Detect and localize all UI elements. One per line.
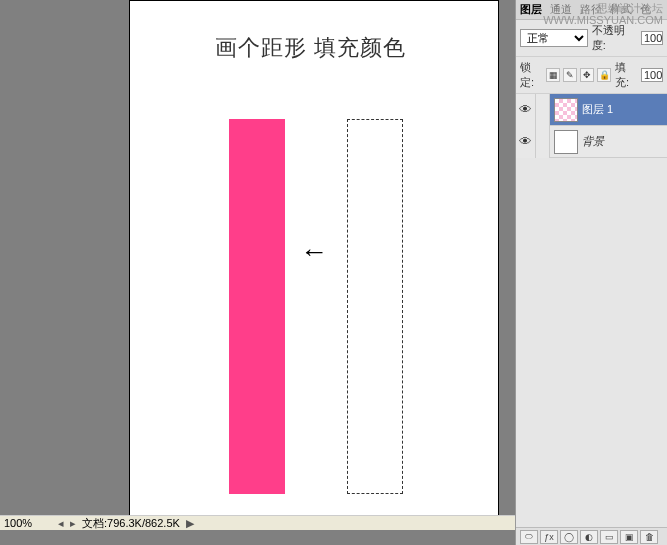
tab-color[interactable]: 色 <box>640 2 651 17</box>
tab-layers[interactable]: 图层 <box>520 2 542 17</box>
lock-label: 锁定: <box>520 60 542 90</box>
play-icon[interactable]: ▶ <box>186 517 194 530</box>
layer-thumbnail[interactable] <box>554 130 578 154</box>
mask-icon[interactable]: ◯ <box>560 530 578 544</box>
opacity-label: 不透明度: <box>592 23 637 53</box>
eye-icon: 👁 <box>519 102 532 117</box>
visibility-toggle[interactable]: 👁 <box>516 126 536 158</box>
opacity-value[interactable]: 100 <box>641 31 663 45</box>
workspace: 画个距形 填充颜色 ← 100% ◂ ▸ 文档:796.3K/862.5K ▶ <box>0 0 515 530</box>
doc-info: 文档:796.3K/862.5K <box>82 516 180 531</box>
arrow-left-icon: ← <box>300 236 328 268</box>
fill-value[interactable]: 100 <box>641 68 663 82</box>
adjustment-icon[interactable]: ◐ <box>580 530 598 544</box>
nav-left-icon[interactable]: ◂ <box>58 517 64 530</box>
status-bar: 100% ◂ ▸ 文档:796.3K/862.5K ▶ <box>0 515 515 530</box>
layer-thumbnail[interactable] <box>554 98 578 122</box>
visibility-toggle[interactable]: 👁 <box>516 94 536 126</box>
link-col[interactable] <box>536 94 550 126</box>
fill-label: 填充: <box>615 60 637 90</box>
nav-right-icon[interactable]: ▸ <box>70 517 76 530</box>
selection-marquee[interactable] <box>347 119 403 494</box>
layer-row-1[interactable]: 👁 图层 1 <box>516 94 667 126</box>
instruction-text: 画个距形 填充颜色 <box>215 33 406 63</box>
layers-panel: 图层 通道 路径 样式 色 正常 不透明度: 100 锁定: ▦ ✎ ✥ 🔒 填… <box>515 0 667 545</box>
lock-move-icon[interactable]: ✥ <box>580 68 594 82</box>
panel-footer: ⬭ ƒx ◯ ◐ ▭ ▣ 🗑 <box>516 527 667 545</box>
layer-name[interactable]: 图层 1 <box>582 102 613 117</box>
fx-icon[interactable]: ƒx <box>540 530 558 544</box>
zoom-value[interactable]: 100% <box>4 517 52 529</box>
eye-icon: 👁 <box>519 134 532 149</box>
new-layer-icon[interactable]: ▣ <box>620 530 638 544</box>
layer-row-background[interactable]: 👁 背景 <box>516 126 667 158</box>
lock-transparent-icon[interactable]: ▦ <box>546 68 560 82</box>
lock-row: 锁定: ▦ ✎ ✥ 🔒 填充: 100 <box>516 57 667 94</box>
panel-tabs: 图层 通道 路径 样式 色 <box>516 0 667 20</box>
blend-mode-select[interactable]: 正常 <box>520 29 588 47</box>
blend-row: 正常 不透明度: 100 <box>516 20 667 57</box>
trash-icon[interactable]: 🗑 <box>640 530 658 544</box>
tab-paths[interactable]: 路径 <box>580 2 602 17</box>
layer-name[interactable]: 背景 <box>582 134 604 149</box>
lock-all-icon[interactable]: 🔒 <box>597 68 611 82</box>
lock-paint-icon[interactable]: ✎ <box>563 68 577 82</box>
tab-styles[interactable]: 样式 <box>610 2 632 17</box>
layer-list: 👁 图层 1 👁 背景 <box>516 94 667 158</box>
link-col[interactable] <box>536 126 550 158</box>
link-layers-icon[interactable]: ⬭ <box>520 530 538 544</box>
pink-rectangle <box>229 119 285 494</box>
tab-channels[interactable]: 通道 <box>550 2 572 17</box>
group-icon[interactable]: ▭ <box>600 530 618 544</box>
